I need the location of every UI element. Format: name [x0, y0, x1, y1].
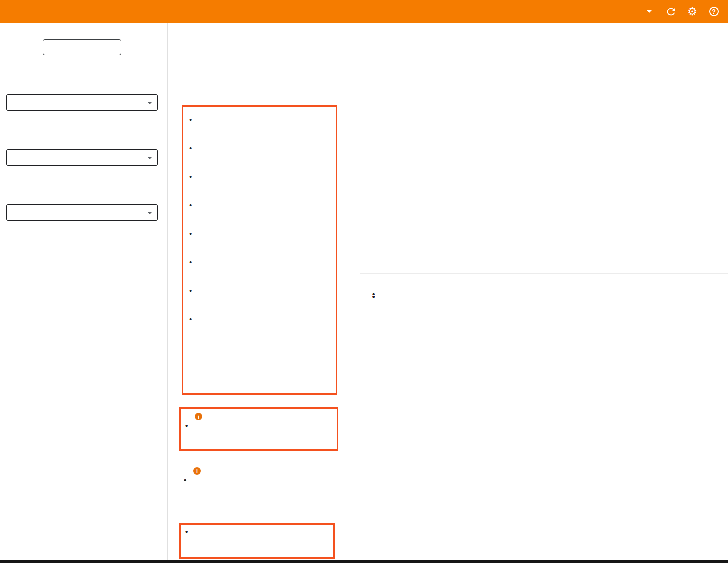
gear-icon: ⚙ — [687, 6, 697, 17]
bullet-icon: • — [189, 115, 197, 124]
metric-row: • — [189, 115, 331, 124]
bullet-icon: • — [189, 314, 197, 324]
settings-button[interactable]: ⚙ — [686, 6, 698, 18]
annotation-box-1: • • • • • — [182, 105, 337, 395]
performance-summary-panel: • • • • • — [168, 23, 360, 563]
bullet-icon: • — [189, 286, 197, 295]
dashboard-select[interactable] — [590, 4, 656, 19]
help-icon: ? — [709, 7, 719, 16]
bullet-icon: • — [189, 257, 197, 267]
bullet-icon: • — [185, 527, 188, 537]
arrow-drop-down-icon — [647, 10, 652, 13]
info-icon[interactable]: i — [195, 413, 202, 420]
bullet-icon: • — [184, 475, 186, 485]
bullet-icon: • — [189, 172, 197, 181]
section-divider — [360, 273, 728, 274]
runs-select[interactable] — [6, 94, 158, 111]
bullet-icon: • — [189, 229, 197, 238]
metric-row: • — [189, 143, 331, 153]
chevron-down-icon — [147, 157, 152, 159]
metric-row: • — [189, 257, 331, 267]
chevron-down-icon — [147, 102, 152, 104]
metric-row: • — [189, 314, 331, 324]
window-edge — [0, 560, 728, 563]
tools-select[interactable] — [6, 149, 158, 166]
eager-execution-block: i • • — [179, 467, 338, 475]
bullet-icon: • — [189, 143, 197, 153]
info-icon[interactable]: i — [193, 467, 201, 475]
help-button[interactable]: ? — [708, 6, 720, 18]
metric-row: • — [189, 172, 331, 181]
bullet-icon: • — [185, 420, 188, 430]
step-time-panel: • • • • • • • — [360, 23, 728, 563]
annotation-box-2: i • • — [179, 407, 338, 451]
refresh-button[interactable] — [665, 6, 677, 18]
refresh-icon — [665, 6, 677, 17]
recommendation-section: • • • • • • • — [371, 282, 718, 291]
bullet-icon: • — [189, 200, 197, 210]
step-time-chart — [375, 76, 630, 260]
metric-row: • — [189, 286, 331, 295]
bullet-icon: • — [372, 291, 375, 302]
chevron-down-icon — [147, 212, 152, 214]
capture-profile-button[interactable] — [43, 39, 121, 55]
metric-row: • — [189, 229, 331, 238]
sidebar — [0, 23, 168, 563]
top-app-bar: ⚙ ? — [0, 0, 728, 23]
toolbar-right: ⚙ ? — [590, 0, 720, 23]
metric-row: • — [189, 200, 331, 210]
hosts-select[interactable] — [6, 204, 158, 221]
annotation-box-3: • • — [179, 523, 335, 559]
